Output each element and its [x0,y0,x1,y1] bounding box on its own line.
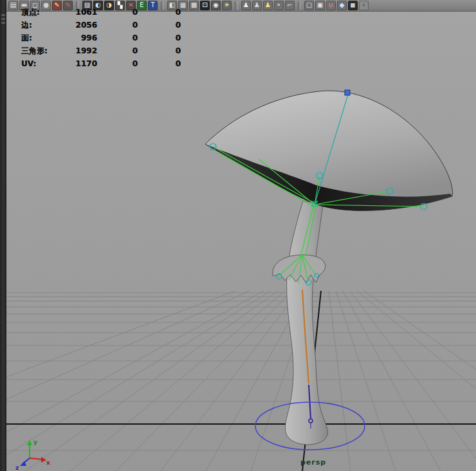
hud-total-value: 996 [61,33,97,42]
icon-glyph: ▦ [180,2,186,8]
icon-glyph: ▤ [10,2,16,8]
character-icon[interactable]: ♟ [241,1,251,10]
hud-row-label: 三角形: [21,46,61,57]
icon-glyph: ∪ [329,2,333,8]
viewport-canvas[interactable]: y x z persp [0,0,476,471]
hud-row-label: 边: [21,20,61,31]
icon-glyph: ⚬ [276,2,281,8]
hud-row-label: 面: [21,33,61,44]
icon-glyph: ⌐ [287,2,292,8]
icon-glyph: ▩ [191,2,197,8]
collapse-arrow-icon[interactable]: ‹ [359,1,369,10]
icon-glyph: ♟ [243,2,249,8]
selected-joint-marker [345,90,350,95]
hud-component-value: 0 [138,46,181,55]
black-cube-icon[interactable]: ◼ [348,1,358,10]
toolbar-separator [298,1,301,10]
icon-glyph: ♟ [265,2,271,8]
viewport-background[interactable] [0,0,476,471]
hud-total-value: 1992 [61,46,97,55]
ik-handle-icon[interactable]: ⌐ [285,1,295,10]
icon-glyph: ⚀ [202,2,208,8]
hud-selected-value: 0 [97,59,138,68]
axis-y-label: y [33,439,37,445]
checker-sphere-icon[interactable]: ◉ [211,1,221,10]
hud-selected-value: 0 [97,21,138,30]
axis-z-label: z [15,465,19,471]
hud-component-value: 0 [138,33,181,42]
icon-glyph: ▢ [306,2,312,8]
hud-total-value: 1170 [61,59,97,68]
hud-component-value: 0 [138,59,181,68]
hud-row-label: UV: [21,59,61,68]
icon-glyph: ☀ [224,2,230,8]
maya-window: y x z persp ▤ ▬ ◻ [0,0,476,471]
hud-total-value: 1061 [61,8,97,17]
hud-selected-value: 0 [97,33,138,42]
hud-component-value: 0 [138,8,181,17]
dice-icon[interactable]: ⚀ [200,1,210,10]
icon-glyph: ▣ [317,2,323,8]
hud-selected-value: 0 [97,8,138,17]
hud-row: 面: 996 0 0 [21,32,181,44]
light-icon[interactable]: ☀ [222,1,232,10]
joint-icon[interactable]: ⚬ [274,1,284,10]
hud-row: 边: 2056 0 0 [21,19,181,32]
drag-handle-dot [1,14,5,16]
character-run-icon[interactable]: ♟ [252,1,262,10]
drag-handle-dot [1,22,5,24]
toolbar-separator [235,1,238,10]
hud-row: 顶点: 1061 0 0 [21,6,181,19]
snap-point-icon[interactable]: ◆ [337,1,347,10]
hud-total-value: 2056 [61,21,97,30]
cube-outline-icon[interactable]: ▢ [304,1,314,10]
character-star-icon[interactable]: ♟ [263,1,273,10]
icon-glyph: ‹ [363,2,365,8]
icon-glyph: ◼ [350,2,355,8]
camera-label: persp [300,458,326,466]
icon-glyph: ♟ [254,2,260,8]
shelf-tab-icon[interactable]: ▤ [8,1,18,10]
hud-row: UV: 1170 0 0 [21,57,181,70]
icon-glyph: ◆ [340,2,345,8]
hud-row: 三角形: 1992 0 0 [21,44,181,57]
toolbox-strip[interactable] [0,0,6,471]
hud-row-label: 顶点: [21,7,61,18]
drag-handle-dot [1,18,5,20]
poly-count-hud: 顶点: 1061 0 0 边: 2056 0 0 面: 996 0 0 三角形: [21,6,181,70]
cube-stack-icon[interactable]: ▣ [315,1,325,10]
hud-selected-value: 0 [97,46,138,55]
hud-component-value: 0 [138,21,181,30]
icon-glyph: ◉ [213,2,219,8]
axis-x-label: x [46,459,50,466]
textured-cube-icon[interactable]: ▩ [189,1,199,10]
magnet-icon[interactable]: ∪ [326,1,336,10]
